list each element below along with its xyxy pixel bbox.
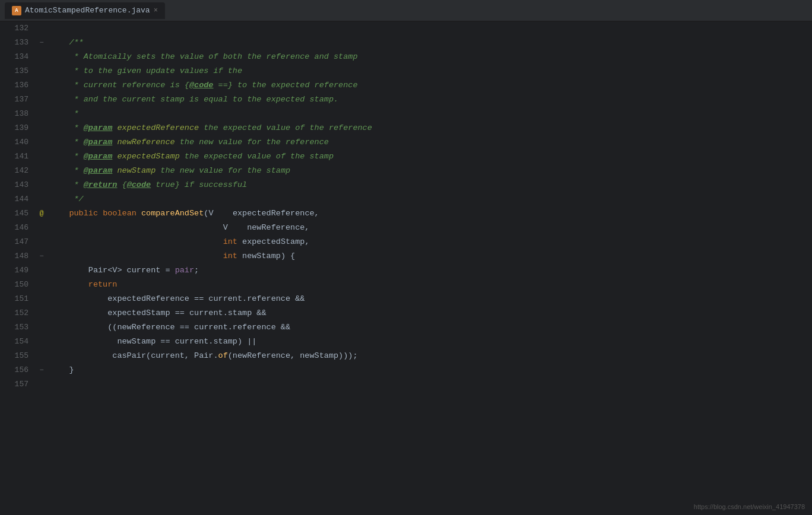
code-line: 137 * and the current stamp is equal to … (0, 93, 812, 107)
line-number: 138 (0, 107, 36, 121)
code-line: 136 * current reference is {@code ==} to… (0, 78, 812, 93)
code-line: 141 * @param expectedStamp the expected … (0, 150, 812, 164)
gutter-icon: − (36, 363, 47, 377)
line-content: casPair(current, Pair.of(newReference, n… (47, 349, 812, 363)
line-number: 154 (0, 335, 36, 349)
line-number: 140 (0, 135, 36, 150)
line-content: int newStamp) { (47, 249, 812, 263)
line-number: 137 (0, 93, 36, 107)
line-number: 155 (0, 349, 36, 363)
line-number: 145 (0, 206, 36, 221)
file-tab[interactable]: A AtomicStampedReference.java × (5, 2, 165, 19)
line-content: * to the given update values if the (47, 64, 812, 78)
line-number: 132 (0, 21, 36, 36)
line-content: ((newReference == current.reference && (47, 320, 812, 335)
line-content: newStamp == current.stamp) || (47, 335, 812, 349)
code-line: 145@ public boolean compareAndSet(V expe… (0, 206, 812, 221)
code-line: 146 V newReference, (0, 221, 812, 235)
line-content: expectedReference == current.reference &… (47, 292, 812, 306)
line-content: return (47, 278, 812, 292)
line-number: 134 (0, 50, 36, 64)
line-number: 148 (0, 249, 36, 263)
code-line: 132 (0, 21, 812, 36)
line-number: 150 (0, 278, 36, 292)
code-line: 142 * @param newStamp the new value for … (0, 164, 812, 178)
line-number: 142 (0, 164, 36, 178)
line-number: 151 (0, 292, 36, 306)
line-content: * @param expectedReference the expected … (47, 121, 812, 135)
line-content: int expectedStamp, (47, 235, 812, 249)
line-number: 156 (0, 363, 36, 377)
code-line: 157 (0, 377, 812, 392)
code-line: 139 * @param expectedReference the expec… (0, 121, 812, 135)
code-line: 135 * to the given update values if the (0, 64, 812, 78)
line-number: 144 (0, 192, 36, 206)
line-number: 146 (0, 221, 36, 235)
gutter-icon: @ (36, 206, 47, 221)
file-tab-icon-label: A (15, 8, 18, 14)
gutter-icon: − (36, 36, 47, 50)
line-content: /** (47, 36, 812, 50)
code-area: 132133− /**134 * Atomically sets the val… (0, 21, 812, 515)
line-content: Pair<V> current = pair; (47, 263, 812, 278)
code-line: 140 * @param newReference the new value … (0, 135, 812, 150)
line-number: 147 (0, 235, 36, 249)
line-number: 153 (0, 320, 36, 335)
line-content: * Atomically sets the value of both the … (47, 50, 812, 64)
code-line: 156− } (0, 363, 812, 377)
line-content: V newReference, (47, 221, 812, 235)
gutter-icon: − (36, 249, 47, 263)
code-line: 155 casPair(current, Pair.of(newReferenc… (0, 349, 812, 363)
line-content: * current reference is {@code ==} to the… (47, 78, 812, 93)
line-content: * @param expectedStamp the expected valu… (47, 150, 812, 164)
code-line: 154 newStamp == current.stamp) || (0, 335, 812, 349)
line-number: 133 (0, 36, 36, 50)
line-content: * @return {@code true} if successful (47, 178, 812, 192)
code-line: 148− int newStamp) { (0, 249, 812, 263)
line-number: 135 (0, 64, 36, 78)
code-line: 153 ((newReference == current.reference … (0, 320, 812, 335)
line-number: 149 (0, 263, 36, 278)
line-content: * and the current stamp is equal to the … (47, 93, 812, 107)
code-line: 134 * Atomically sets the value of both … (0, 50, 812, 64)
code-line: 133− /** (0, 36, 812, 50)
tab-close-button[interactable]: × (154, 7, 158, 15)
editor: 132133− /**134 * Atomically sets the val… (0, 21, 812, 515)
line-number: 152 (0, 306, 36, 320)
code-line: 149 Pair<V> current = pair; (0, 263, 812, 278)
file-tab-icon: A (12, 6, 21, 15)
title-bar: A AtomicStampedReference.java × (0, 0, 812, 21)
code-line: 152 expectedStamp == current.stamp && (0, 306, 812, 320)
line-content: expectedStamp == current.stamp && (47, 306, 812, 320)
file-tab-label: AtomicStampedReference.java (25, 6, 150, 15)
line-content: * (47, 107, 812, 121)
code-line: 151 expectedReference == current.referen… (0, 292, 812, 306)
line-number: 136 (0, 78, 36, 93)
line-number: 139 (0, 121, 36, 135)
line-number: 141 (0, 150, 36, 164)
line-number: 143 (0, 178, 36, 192)
code-line: 147 int expectedStamp, (0, 235, 812, 249)
code-line: 144 */ (0, 192, 812, 206)
code-line: 143 * @return {@code true} if successful (0, 178, 812, 192)
line-content: public boolean compareAndSet(V expectedR… (47, 206, 812, 221)
line-content: } (47, 363, 812, 377)
line-content: */ (47, 192, 812, 206)
line-number: 157 (0, 377, 36, 392)
code-line: 138 * (0, 107, 812, 121)
line-content: * @param newStamp the new value for the … (47, 164, 812, 178)
code-line: 150 return (0, 278, 812, 292)
line-content: * @param newReference the new value for … (47, 135, 812, 150)
watermark: https://blog.csdn.net/weixin_41947378 (694, 503, 805, 510)
